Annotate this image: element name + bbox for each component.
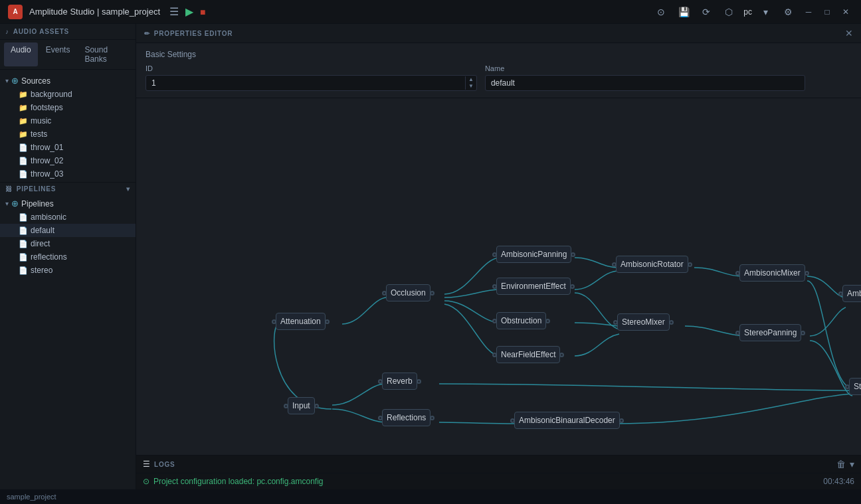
node-reverb[interactable]: Reverb: [382, 373, 417, 390]
node-ee-label: EnvironmentEffect: [501, 282, 566, 291]
sources-label: Sources: [21, 76, 50, 86]
sidebar-item-stereo[interactable]: 📄 stereo: [0, 264, 136, 277]
titlebar: A Amplitude Studio | sample_project ☰ ▶ …: [0, 0, 861, 24]
node-input-right: [314, 404, 319, 408]
sidebar-item-background[interactable]: 📁 background: [0, 88, 136, 101]
node-occlusion-left: [382, 291, 387, 295]
sidebar-item-default[interactable]: 📄 default: [0, 224, 136, 237]
status-bar: sample_project: [0, 489, 861, 504]
sidebar-item-throw01[interactable]: 📄 throw_01: [0, 141, 136, 154]
node-ar-label: AmbisonicRotator: [621, 260, 684, 269]
sidebar-item-direct[interactable]: 📄 direct: [0, 237, 136, 250]
tab-events[interactable]: Events: [39, 42, 77, 66]
history-icon[interactable]: ⊙: [652, 3, 670, 21]
node-obstruction[interactable]: Obstruction: [496, 312, 546, 329]
node-abd1-label: AmbisonicBinauralDecoder: [847, 289, 861, 298]
logs-header: ☰ LOGS 🗑 ▾: [136, 456, 861, 473]
sources-header[interactable]: ▾ ⊕ Sources: [0, 74, 136, 88]
pipelines-divider[interactable]: ⛓ PIPELINES ▾: [0, 182, 136, 195]
folder-icon: 📁: [19, 104, 28, 112]
sidebar-item-music[interactable]: 📁 music: [0, 114, 136, 127]
tab-audio[interactable]: Audio: [4, 42, 38, 66]
node-obs-left: [492, 319, 497, 323]
pipelines-sub-label: Pipelines: [21, 199, 54, 209]
node-stereo-mixer2[interactable]: StereoMixer: [849, 378, 861, 395]
node-obs-right: [545, 319, 550, 323]
save-icon[interactable]: 💾: [674, 3, 693, 21]
node-nearfield-effect[interactable]: NearFieldEffect: [496, 346, 560, 363]
stop-button[interactable]: ■: [200, 7, 205, 17]
node-environment-effect[interactable]: EnvironmentEffect: [496, 278, 571, 295]
pipelines-section: ▾ ⊕ Pipelines 📄 ambisonic 📄 default 📄 di…: [0, 197, 136, 277]
node-amp-label: AmbisonicPanning: [501, 250, 567, 259]
file-icon: 📄: [19, 213, 28, 222]
sidebar-item-throw02[interactable]: 📄 throw_02: [0, 154, 136, 167]
minimize-button[interactable]: ─: [801, 5, 816, 19]
file-icon: 📄: [19, 157, 28, 165]
item-footsteps-label: footsteps: [31, 103, 63, 112]
tab-sound-banks[interactable]: Sound Banks: [78, 42, 132, 66]
node-stereo-mixer1[interactable]: StereoMixer: [617, 313, 670, 331]
audio-assets-label: AUDIO ASSETS: [13, 28, 69, 35]
file-icon: 📄: [19, 253, 28, 262]
play-button[interactable]: ▶: [185, 5, 193, 18]
name-label: Name: [485, 64, 805, 72]
content-area: ✏ PROPERTIES EDITOR ✕ Basic Settings ID …: [136, 24, 861, 489]
logs-icon: ☰: [143, 460, 150, 469]
platform-dropdown[interactable]: ▾: [756, 3, 775, 21]
logs-trash-button[interactable]: 🗑: [836, 459, 846, 469]
node-refl-label: Reflections: [387, 413, 426, 422]
id-input[interactable]: [146, 76, 465, 90]
node-ambisonic-panning[interactable]: AmbisonicPanning: [496, 246, 571, 263]
logs-bar: ☰ LOGS 🗑 ▾ ⊙ Project configuration loade…: [136, 455, 861, 489]
item-reflections-label: reflections: [31, 252, 67, 262]
node-ambisonic-mixer[interactable]: AmbisonicMixer: [739, 264, 805, 282]
properties-header: ✏ PROPERTIES EDITOR ✕: [136, 24, 861, 43]
node-reflections[interactable]: Reflections: [382, 409, 430, 426]
node-ambisonic-rotator[interactable]: AmbisonicRotator: [616, 256, 688, 273]
node-ambisonic-binaural-decoder2[interactable]: AmbisonicBinauralDecoder: [514, 412, 620, 429]
item-direct-label: direct: [31, 239, 50, 248]
folder-icon: 📁: [19, 117, 28, 126]
app-title: Amplitude Studio | sample_project: [29, 7, 160, 17]
sidebar-item-tests[interactable]: 📁 tests: [0, 127, 136, 141]
node-occlusion[interactable]: Occlusion: [386, 284, 430, 301]
node-ambisonic-binaural-decoder1[interactable]: AmbisonicBinauralDecoder: [842, 285, 861, 302]
name-input[interactable]: [486, 76, 805, 90]
hamburger-menu[interactable]: ☰: [169, 5, 179, 18]
node-ee-right: [570, 284, 575, 289]
node-attenuation[interactable]: Attenuation: [276, 313, 326, 330]
sidebar-item-reflections[interactable]: 📄 reflections: [0, 250, 136, 264]
maximize-button[interactable]: □: [820, 5, 834, 19]
package-icon[interactable]: ⬡: [719, 3, 738, 21]
close-button[interactable]: ✕: [838, 5, 853, 19]
id-label: ID: [145, 64, 477, 72]
properties-label: PROPERTIES EDITOR: [154, 30, 233, 37]
file-icon: 📄: [19, 170, 28, 179]
spinner-up[interactable]: ▲: [468, 76, 474, 83]
sidebar-item-ambisonic[interactable]: 📄 ambisonic: [0, 210, 136, 224]
properties-close-button[interactable]: ✕: [845, 28, 853, 39]
id-spinner[interactable]: ▲ ▼: [465, 76, 476, 89]
spinner-down[interactable]: ▼: [468, 83, 474, 90]
sources-icon: ⊕: [11, 76, 19, 86]
pipeline-graph[interactable]: .conn { fill: none; stroke: #2a8a9a; str…: [136, 98, 861, 455]
node-input[interactable]: Input: [288, 397, 315, 414]
logs-message-text: Project configuration loaded: pc.config.…: [153, 477, 324, 486]
item-throw01-label: throw_01: [31, 143, 63, 152]
node-stereo-panning[interactable]: StereoPanning: [739, 324, 801, 341]
status-project: sample_project: [7, 493, 56, 501]
sources-chevron: ▾: [5, 77, 9, 84]
pipelines-subsection-header[interactable]: ▾ ⊕ Pipelines: [0, 197, 136, 210]
node-refl-right: [430, 416, 434, 420]
sync-icon[interactable]: ⟳: [697, 3, 716, 21]
app-logo: A: [8, 5, 23, 19]
sidebar-item-footsteps[interactable]: 📁 footsteps: [0, 101, 136, 114]
sidebar-item-throw03[interactable]: 📄 throw_03: [0, 167, 136, 181]
node-sm2-left: [845, 384, 850, 389]
node-sm2-label: StereoMixer: [854, 382, 861, 391]
item-music-label: music: [31, 116, 51, 126]
settings-icon[interactable]: ⚙: [779, 3, 797, 21]
logs-expand-button[interactable]: ▾: [850, 459, 854, 469]
node-sm1-right: [669, 320, 674, 325]
